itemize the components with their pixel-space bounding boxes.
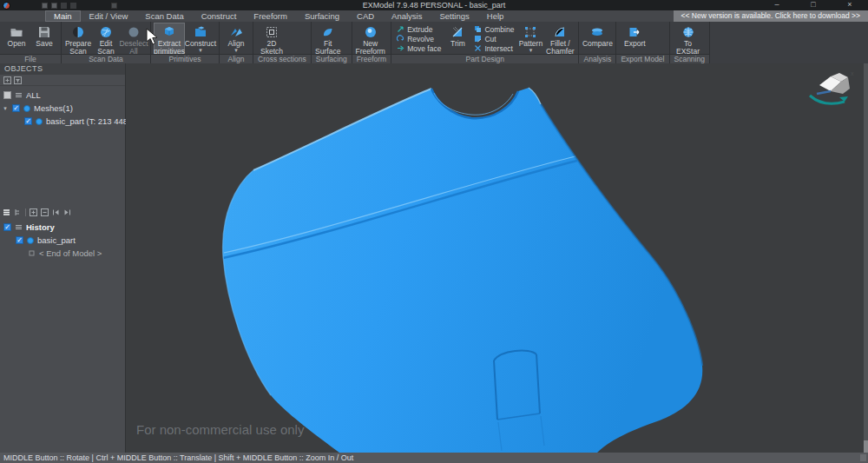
ribbon-group-label-align: Align	[220, 54, 253, 63]
history-section: ✓ History ✓ basic_part < End of Model >	[0, 205, 125, 260]
revolve-button[interactable]: Revolve	[394, 35, 444, 43]
resize-grip[interactable]	[860, 454, 866, 461]
forward-last-icon[interactable]	[63, 208, 71, 216]
tree-view-icon[interactable]	[14, 208, 22, 216]
chevron-down-icon: ▾	[234, 48, 238, 53]
move-face-icon	[397, 44, 404, 52]
menu-item-cad[interactable]: CAD	[348, 10, 383, 22]
objects-tree: ALL ▾ ✓ Meshes(1) ✓ basic_part (T: 213 4…	[0, 86, 125, 128]
ribbon-group-label-primitives: Primitives	[151, 54, 219, 63]
ribbon-group-primitives: Extract primitives Construct ▾ Primitive…	[151, 22, 220, 63]
model-3d[interactable]	[126, 63, 864, 453]
ribbon-group-label-scanning: Scanning	[670, 54, 709, 63]
viewport-3d[interactable]: x For non-commercial use only	[126, 63, 864, 453]
ribbon-group-label-analysis: Analysis	[579, 54, 615, 63]
open-button-label: Open	[8, 40, 26, 48]
2d-sketch-button[interactable]: 2D Sketch	[256, 23, 287, 54]
intersect-label: Intersect	[484, 44, 513, 53]
fillet-chamfer-icon	[553, 25, 567, 39]
status-hint-text: MIDDLE Button :: Rotate | Ctrl + MIDDLE …	[3, 453, 353, 462]
tree-row-meshes[interactable]: ▾ ✓ Meshes(1)	[0, 102, 125, 115]
ribbon-group-cross-sections: 2D Sketch Cross sections	[253, 22, 312, 63]
new-freeform-icon	[364, 25, 378, 39]
history-basic-part-row[interactable]: ✓ basic_part	[0, 234, 125, 247]
new-freeform-button[interactable]: New Freeform	[355, 23, 386, 54]
rewind-first-icon[interactable]	[52, 208, 60, 216]
update-notice-link[interactable]: << New version is available. Click here …	[674, 10, 868, 22]
extrude-button[interactable]: Extrude	[394, 25, 444, 33]
history-checkbox[interactable]: ✓	[3, 223, 11, 231]
fit-surface-button[interactable]: Fit Surface	[314, 23, 342, 54]
scroll-thumb[interactable]	[864, 440, 868, 453]
menu-item-main[interactable]: Main	[45, 10, 81, 22]
menu-item-help[interactable]: Help	[478, 10, 513, 22]
menu-item-construct[interactable]: Construct	[193, 10, 246, 22]
prepare-scan-button[interactable]: Prepare Scan	[64, 23, 92, 54]
model-silhouette[interactable]	[223, 88, 703, 453]
extrude-label: Extrude	[407, 25, 432, 34]
save-button[interactable]: Save	[30, 23, 58, 54]
tree-row-basic-part[interactable]: ✓ basic_part (T: 213 448)	[0, 115, 125, 128]
deselect-all-icon	[127, 25, 141, 39]
menu-item-settings[interactable]: Settings	[431, 10, 477, 22]
basic-part-checkbox[interactable]: ✓	[24, 117, 32, 125]
menu-item-scan-data[interactable]: Scan Data	[136, 10, 192, 22]
compare-label: Compare	[582, 40, 613, 48]
status-bar: MIDDLE Button :: Rotate | Ctrl + MIDDLE …	[0, 453, 868, 463]
menu-item-edit-view[interactable]: Edit / View	[81, 10, 137, 22]
align-button[interactable]: Align ▾	[222, 23, 250, 54]
compare-button[interactable]: Compare	[582, 23, 613, 54]
fillet-chamfer-button[interactable]: Fillet / Chamfer	[544, 23, 575, 54]
app-window: EXModel 7.9.48 PERSONAL - basic_part – □…	[0, 0, 868, 463]
menu-item-analysis[interactable]: Analysis	[383, 10, 431, 22]
ribbon-group-label-cross-sections: Cross sections	[253, 54, 311, 63]
history-root-row[interactable]: ✓ History	[0, 221, 125, 234]
meshes-checkbox[interactable]: ✓	[12, 104, 20, 112]
cut-button[interactable]: Cut	[471, 35, 516, 43]
edit-scan-button[interactable]: Edit Scan	[92, 23, 120, 54]
list-view-icon[interactable]	[3, 208, 10, 216]
ribbon-group-export-model: Export Export Model	[616, 22, 669, 63]
view-gizmo[interactable]: x	[805, 68, 858, 109]
align-icon	[229, 25, 243, 39]
end-of-model-row[interactable]: < End of Model >	[0, 247, 125, 260]
to-exstar-hub-button[interactable]: To EXStar Hub	[673, 23, 704, 54]
combine-label: Combine	[484, 25, 514, 34]
ribbon-group-label-surfacing: Surfacing	[312, 54, 352, 63]
close-button[interactable]: ×	[832, 0, 868, 10]
primitives-cube-icon	[162, 25, 176, 39]
expand-tree-icon[interactable]	[3, 76, 11, 84]
extract-primitives-button[interactable]: Extract primitives	[154, 23, 185, 54]
window-controls: – □ ×	[759, 0, 868, 10]
trim-button[interactable]: Trim	[444, 23, 471, 54]
right-scroll-strip[interactable]	[864, 63, 868, 453]
filter-tree-icon[interactable]	[14, 76, 22, 84]
intersect-icon	[474, 44, 482, 52]
construct-button[interactable]: Construct ▾	[185, 23, 216, 54]
deselect-all-button[interactable]: Deselect All	[120, 23, 148, 54]
ribbon-group-file: Open Save File	[0, 22, 62, 63]
ribbon-group-analysis: Compare Analysis	[579, 22, 616, 63]
export-button[interactable]: Export	[619, 23, 650, 54]
combine-button[interactable]: Combine	[471, 25, 516, 33]
2d-sketch-icon	[265, 25, 279, 39]
tree-twisty-icon[interactable]: ▾	[2, 105, 9, 112]
minimize-button[interactable]: –	[759, 0, 795, 10]
chevron-down-icon: ▾	[529, 48, 533, 53]
prepare-scan-icon	[71, 25, 85, 39]
tree-row-all[interactable]: ALL	[0, 89, 125, 102]
menu-item-surfacing[interactable]: Surfacing	[296, 10, 348, 22]
collapse-all-icon[interactable]	[41, 208, 49, 216]
all-checkbox[interactable]	[3, 91, 11, 99]
move-face-button[interactable]: Move face	[394, 44, 444, 52]
intersect-button[interactable]: Intersect	[471, 44, 516, 52]
trim-icon	[450, 25, 464, 39]
part-design-column-2: Combine Cut Intersect	[471, 23, 516, 52]
menu-item-freeform[interactable]: Freeform	[245, 10, 296, 22]
ribbon-group-label-part-design: Part Design	[391, 54, 578, 63]
open-button[interactable]: Open	[3, 23, 30, 54]
pattern-button[interactable]: Pattern ▾	[516, 23, 544, 54]
history-basic-part-checkbox[interactable]: ✓	[16, 236, 23, 244]
expand-all-icon[interactable]	[30, 208, 37, 216]
maximize-button[interactable]: □	[795, 0, 832, 10]
